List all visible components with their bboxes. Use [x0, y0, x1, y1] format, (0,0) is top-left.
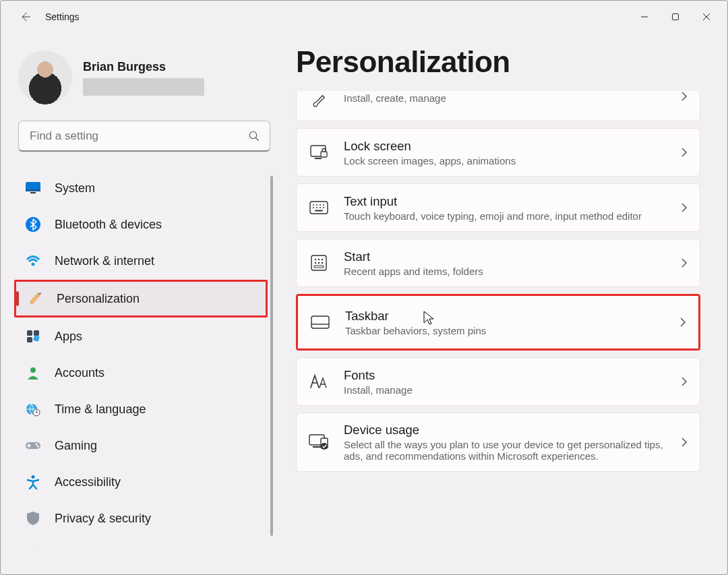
card-sub: Install, create, manage — [344, 92, 681, 104]
start-grid-icon — [309, 253, 329, 273]
card-start[interactable]: Start Recent apps and items, folders — [296, 239, 700, 287]
search-icon — [248, 130, 260, 142]
close-button[interactable] — [691, 6, 722, 28]
chevron-right-icon — [681, 202, 688, 213]
chevron-right-icon — [679, 317, 686, 328]
profile-name: Brian Burgess — [83, 60, 204, 74]
close-icon — [702, 13, 710, 21]
person-icon — [25, 365, 41, 381]
svg-point-15 — [30, 367, 36, 373]
svg-rect-1 — [673, 14, 679, 20]
svg-rect-13 — [27, 337, 32, 342]
sidebar-item-label: Privacy & security — [55, 512, 151, 526]
page-title: Personalization — [296, 45, 700, 79]
svg-point-40 — [318, 262, 320, 264]
shield-icon — [25, 510, 41, 526]
sidebar-item-accessibility[interactable]: Accessibility — [14, 464, 264, 500]
sidebar-item-label: Gaming — [55, 439, 97, 453]
maximize-button[interactable] — [660, 6, 691, 28]
brush-icon — [309, 91, 329, 111]
window-controls — [629, 6, 722, 28]
svg-point-30 — [313, 207, 314, 208]
svg-point-10 — [32, 263, 35, 266]
svg-point-21 — [32, 475, 35, 479]
svg-point-37 — [318, 259, 320, 260]
card-taskbar[interactable]: Taskbar Taskbar behaviors, system pins — [298, 296, 698, 349]
svg-point-31 — [316, 207, 317, 208]
fonts-icon — [309, 371, 329, 392]
sidebar-item-label: Network & internet — [55, 254, 154, 268]
sidebar-item-label: Accounts — [55, 366, 104, 380]
card-title: Taskbar — [345, 309, 679, 324]
chevron-right-icon — [681, 147, 688, 158]
svg-rect-24 — [321, 152, 327, 157]
svg-point-49 — [321, 443, 328, 450]
card-title: Start — [344, 249, 681, 264]
card-sub: Touch keyboard, voice typing, emoji and … — [344, 210, 667, 222]
svg-point-4 — [249, 131, 257, 139]
sidebar-item-gaming[interactable]: Gaming — [14, 428, 264, 463]
card-title: Lock screen — [344, 139, 681, 154]
svg-point-19 — [36, 444, 38, 446]
svg-rect-11 — [27, 330, 32, 336]
svg-rect-14 — [33, 335, 40, 342]
app-title: Settings — [45, 11, 80, 22]
card-lock-screen[interactable]: Lock screen Lock screen images, apps, an… — [296, 128, 700, 177]
svg-point-27 — [316, 204, 317, 206]
sidebar-item-label: Accessibility — [55, 475, 121, 489]
svg-point-26 — [313, 204, 314, 206]
sidebar-item-bluetooth[interactable]: Bluetooth & devices — [14, 207, 264, 242]
sidebar: Brian Burgess System — [1, 33, 277, 574]
sidebar-item-privacy[interactable]: Privacy & security — [14, 501, 264, 536]
svg-rect-47 — [313, 446, 321, 448]
highlight-sidebar-personalization: Personalization — [14, 280, 268, 317]
sidebar-item-label: Apps — [55, 330, 82, 344]
nav-list: System Bluetooth & devices Network & int… — [14, 171, 277, 548]
card-fonts[interactable]: Fonts Install, manage — [296, 357, 700, 406]
chevron-right-icon — [681, 258, 688, 268]
gamepad-icon — [25, 437, 41, 454]
svg-point-41 — [322, 262, 323, 264]
nav-scrollbar[interactable] — [270, 176, 273, 536]
sidebar-item-network[interactable]: Network & internet — [14, 243, 264, 278]
svg-rect-34 — [315, 210, 323, 212]
svg-point-33 — [323, 207, 324, 208]
wifi-icon — [25, 253, 41, 269]
taskbar-icon — [310, 312, 330, 332]
svg-point-28 — [320, 204, 321, 206]
back-button[interactable] — [11, 3, 38, 30]
sidebar-item-time[interactable]: Time & language — [14, 392, 264, 427]
profile-block[interactable]: Brian Burgess — [18, 51, 270, 104]
sidebar-item-accounts[interactable]: Accounts — [14, 355, 264, 390]
card-themes[interactable]: Install, create, manage — [296, 91, 700, 121]
card-sub: Install, manage — [344, 384, 681, 396]
accessibility-icon — [25, 474, 41, 490]
svg-point-32 — [320, 207, 321, 208]
paintbrush-icon — [27, 291, 43, 307]
sidebar-item-label: Time & language — [55, 402, 146, 417]
svg-rect-23 — [315, 158, 322, 159]
keyboard-icon — [309, 198, 329, 218]
svg-line-5 — [255, 138, 259, 141]
svg-point-29 — [323, 204, 324, 206]
highlight-card-taskbar: Taskbar Taskbar behaviors, system pins — [296, 294, 700, 351]
sidebar-item-update[interactable]: Windows Update — [14, 537, 264, 548]
svg-point-20 — [37, 446, 39, 448]
svg-point-39 — [315, 262, 316, 264]
apps-icon — [25, 328, 41, 344]
search-input-wrap[interactable] — [18, 121, 270, 152]
minimize-button[interactable] — [629, 6, 660, 28]
arrow-left-icon — [19, 11, 31, 23]
bluetooth-icon — [25, 216, 41, 233]
svg-rect-12 — [34, 330, 39, 336]
card-sub: Taskbar behaviors, system pins — [345, 325, 679, 336]
sidebar-item-apps[interactable]: Apps — [14, 319, 264, 354]
sidebar-item-label: Bluetooth & devices — [55, 218, 162, 232]
svg-rect-25 — [310, 202, 328, 214]
card-device-usage[interactable]: Device usage Select all the ways you pla… — [296, 413, 700, 472]
sidebar-item-label: Personalization — [57, 292, 140, 306]
sidebar-item-system[interactable]: System — [14, 171, 264, 206]
sidebar-item-personalization[interactable]: Personalization — [16, 282, 266, 315]
search-input[interactable] — [28, 129, 248, 144]
card-text-input[interactable]: Text input Touch keyboard, voice typing,… — [296, 183, 700, 232]
